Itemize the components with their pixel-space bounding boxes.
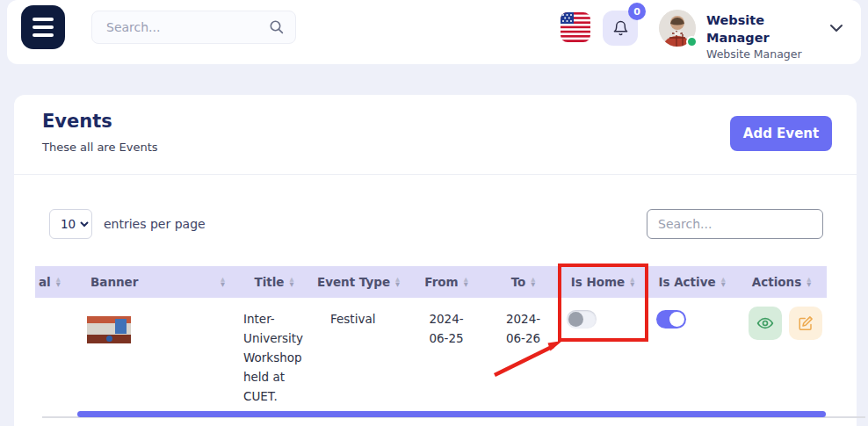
eye-icon <box>756 314 774 332</box>
table-header-row: al Banner Title Event Type From To Is Ho… <box>35 266 827 298</box>
edit-pencil-icon <box>798 315 814 331</box>
language-flag-us[interactable] <box>561 12 590 42</box>
notifications-button[interactable]: 0 <box>603 11 638 46</box>
add-event-button[interactable]: Add Event <box>730 116 832 151</box>
sort-icon[interactable] <box>807 277 811 287</box>
sort-icon[interactable] <box>721 277 726 287</box>
user-info[interactable]: Website Manager Website Manager <box>706 11 825 61</box>
view-button[interactable] <box>749 307 782 340</box>
edit-button[interactable] <box>789 307 822 340</box>
sort-icon[interactable] <box>464 277 468 287</box>
column-header-event-type[interactable]: Event Type <box>313 266 404 298</box>
sort-icon[interactable] <box>630 277 634 287</box>
bell-icon <box>612 20 629 37</box>
page-subtitle: These all are Events <box>42 141 158 154</box>
sort-icon[interactable] <box>56 277 61 287</box>
entries-per-page-select[interactable]: 10 <box>49 209 92 239</box>
table-search-input[interactable] <box>647 209 823 239</box>
sort-icon[interactable] <box>221 277 225 287</box>
events-table: al Banner Title Event Type From To Is Ho… <box>35 266 827 406</box>
column-header-is-home[interactable]: Is Home <box>558 266 647 298</box>
is-home-toggle[interactable] <box>567 310 597 329</box>
cell-event-type: Festival <box>313 298 404 329</box>
cell-actions <box>736 298 827 340</box>
sidebar-toggle-button[interactable] <box>21 5 65 49</box>
is-active-toggle[interactable] <box>656 310 686 329</box>
page-title: Events <box>42 111 112 132</box>
header-divider <box>14 174 857 175</box>
hamburger-icon <box>33 18 54 21</box>
cell-from-date: 2024-06-25 <box>404 298 488 348</box>
column-header-banner[interactable]: Banner <box>74 266 235 298</box>
entries-per-page-label: entries per page <box>104 217 206 231</box>
user-name: Website Manager <box>706 11 825 47</box>
notification-count-badge: 0 <box>628 3 646 20</box>
hamburger-icon <box>33 25 54 29</box>
cell-to-date: 2024-06-26 <box>488 298 558 348</box>
cell-is-active <box>647 298 736 329</box>
column-header-serial[interactable]: al <box>35 266 74 298</box>
sort-icon[interactable] <box>395 277 400 287</box>
horizontal-scrollbar-thumb[interactable] <box>77 411 826 417</box>
column-header-is-active[interactable]: Is Active <box>647 266 736 298</box>
hamburger-icon <box>33 33 54 37</box>
sort-icon[interactable] <box>290 277 294 287</box>
chevron-down-icon[interactable] <box>829 23 843 33</box>
sort-icon[interactable] <box>531 277 535 287</box>
global-search-input[interactable] <box>106 20 269 34</box>
online-status-dot <box>686 36 698 47</box>
user-role: Website Manager <box>706 47 825 61</box>
cell-serial <box>35 298 74 309</box>
user-avatar[interactable] <box>659 10 696 47</box>
search-icon <box>269 19 285 35</box>
cell-banner <box>74 298 235 343</box>
us-flag-icon <box>561 12 590 42</box>
global-search <box>91 11 296 44</box>
cell-is-home <box>558 298 647 329</box>
top-navbar: 0 Website Manager Website Manager <box>7 0 861 64</box>
event-banner-thumbnail <box>87 316 131 343</box>
column-header-actions[interactable]: Actions <box>736 266 827 298</box>
table-row: Inter-University Workshop held at CUET. … <box>35 298 827 406</box>
column-header-to[interactable]: To <box>488 266 558 298</box>
cell-title: Inter-University Workshop held at CUET. <box>235 298 313 406</box>
column-header-from[interactable]: From <box>404 266 488 298</box>
column-header-title[interactable]: Title <box>235 266 313 298</box>
events-card: Events These all are Events Add Event 10… <box>14 95 857 426</box>
